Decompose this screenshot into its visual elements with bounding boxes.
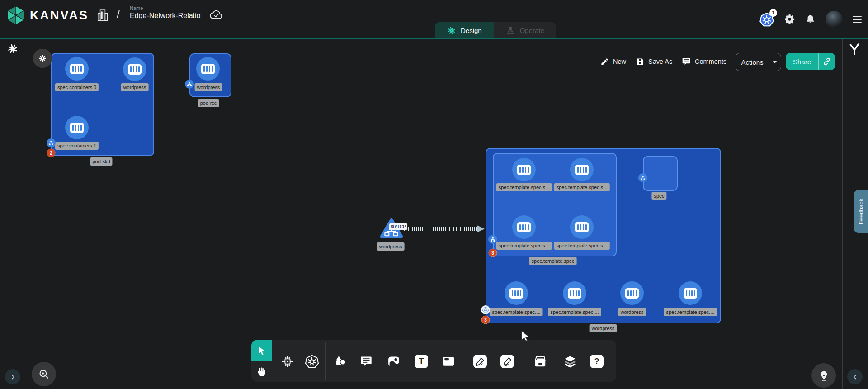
menu-hamburger-icon[interactable] <box>853 16 862 23</box>
node-template-container[interactable] <box>512 158 536 181</box>
y-logo-icon[interactable] <box>849 43 860 58</box>
rectangle-tool[interactable] <box>442 355 455 368</box>
group-spec[interactable] <box>643 156 678 191</box>
actions-button[interactable]: Actions <box>736 53 781 71</box>
container-icon <box>201 64 215 74</box>
left-rail <box>0 39 26 389</box>
design-name-field[interactable]: Name Edge-Network-Relatio <box>130 5 202 22</box>
node-template-container[interactable] <box>679 281 702 305</box>
container-icon <box>625 288 639 299</box>
meshery-spiral-icon[interactable] <box>7 43 19 57</box>
new-label: New <box>613 58 626 65</box>
freehand-tool[interactable] <box>500 355 514 368</box>
group-label: pod-skd <box>90 157 112 166</box>
zoom-button[interactable] <box>32 362 56 386</box>
design-spiral-icon <box>447 26 456 35</box>
group-spec-template-spec[interactable] <box>493 153 617 256</box>
node-config-flower-button[interactable] <box>33 49 52 68</box>
node-template-container[interactable] <box>512 215 536 239</box>
shapes-tool[interactable] <box>334 355 347 368</box>
new-button[interactable]: New <box>600 52 626 71</box>
select-tool[interactable] <box>251 340 272 361</box>
image-icon <box>387 355 401 368</box>
pen-tool[interactable] <box>473 355 487 368</box>
node-wordpress-container[interactable] <box>620 281 644 305</box>
image-tool[interactable] <box>387 355 401 368</box>
node-label: spec.template.spec.... <box>548 308 601 316</box>
pod-count-badge[interactable]: 2 <box>47 149 56 157</box>
template-count-badge[interactable]: 3 <box>489 249 497 257</box>
kanvas-logo-icon <box>6 5 25 26</box>
pan-tool[interactable] <box>255 366 266 377</box>
tab-design[interactable]: Design <box>435 22 494 38</box>
components-tool[interactable] <box>281 355 294 368</box>
drawer-icon <box>533 355 547 368</box>
feedback-tab[interactable]: Feedback <box>854 190 868 233</box>
node-spec-containers-1[interactable] <box>65 116 89 139</box>
node-template-container[interactable] <box>563 281 586 305</box>
feedback-label: Feedback <box>858 199 864 224</box>
container-icon <box>70 123 84 133</box>
node-label: spec.template.spec.s... <box>496 242 552 250</box>
save-floppy-icon <box>636 57 644 66</box>
edge-arrowhead <box>477 225 485 232</box>
container-icon <box>70 64 84 74</box>
node-template-container[interactable] <box>570 158 594 181</box>
design-name-input[interactable]: Edge-Network-Relatio <box>130 12 202 22</box>
notifications-bell-icon[interactable] <box>805 14 816 24</box>
organization-icon[interactable] <box>97 9 108 24</box>
text-tool[interactable]: T <box>415 355 428 368</box>
node-spec-containers-0[interactable] <box>65 57 89 81</box>
node-label: wordpress <box>121 83 149 91</box>
shapes-icon <box>334 355 347 368</box>
node-wordpress-container[interactable] <box>123 57 146 81</box>
collapse-right-panel-button[interactable] <box>847 369 863 384</box>
group-label: pod-rcc <box>198 99 219 107</box>
deployment-count-badge[interactable]: 3 <box>481 316 490 324</box>
save-as-button[interactable]: Save As <box>636 52 672 71</box>
container-icon <box>575 165 589 175</box>
pod-badge-icon[interactable] <box>638 173 647 182</box>
node-wordpress-container[interactable] <box>196 57 220 81</box>
container-icon <box>568 288 581 299</box>
edge-service-to-deployment[interactable] <box>404 227 477 231</box>
node-template-container[interactable] <box>505 281 528 305</box>
pod-badge-icon[interactable] <box>185 80 194 89</box>
node-label: spec.template.spec.s... <box>554 183 610 191</box>
kanvas-logo[interactable]: KANVAS <box>6 5 89 26</box>
pod-badge-icon[interactable] <box>47 138 56 147</box>
mouse-cursor <box>520 330 531 344</box>
k8s-deployment-badge-icon[interactable] <box>481 305 490 314</box>
user-avatar[interactable] <box>826 11 843 28</box>
layers-icon <box>563 355 577 368</box>
toolbar-divider <box>524 342 524 380</box>
comments-bubble-icon <box>682 57 691 66</box>
node-template-container[interactable] <box>570 215 594 239</box>
share-button[interactable]: Share <box>786 53 835 70</box>
tab-operate-label: Operate <box>520 27 544 34</box>
kanvas-app: KANVAS / Name Edge-Network-Relatio Desig… <box>0 0 868 389</box>
pod-badge-icon[interactable] <box>488 235 497 244</box>
help-tool[interactable]: ? <box>590 355 604 368</box>
layers-tool[interactable] <box>563 355 577 368</box>
toolbar-divider <box>326 342 326 380</box>
comment-bubble-icon <box>360 355 373 368</box>
node-label: spec.template.spec.... <box>664 308 717 316</box>
archive-tool[interactable] <box>533 355 547 368</box>
node-label: spec.containers.0 <box>55 83 99 91</box>
breadcrumb-separator: / <box>117 8 120 21</box>
comment-tool[interactable] <box>360 355 373 368</box>
tab-operate[interactable]: Operate <box>494 22 556 38</box>
share-label: Share <box>786 58 818 66</box>
kubernetes-tool[interactable] <box>305 355 319 369</box>
container-icon <box>684 288 697 299</box>
copy-link-icon[interactable] <box>819 57 835 66</box>
settings-gear-icon[interactable] <box>784 14 795 25</box>
node-label: wordpress <box>195 83 222 91</box>
expand-left-panel-button[interactable] <box>5 369 20 384</box>
actions-dropdown-toggle[interactable] <box>769 61 781 63</box>
k8s-context-icon[interactable]: 1 <box>760 12 774 27</box>
cursor-arrow-icon <box>257 346 267 356</box>
pen-nib-button[interactable] <box>811 363 836 388</box>
comments-button[interactable]: Comments <box>682 52 726 71</box>
